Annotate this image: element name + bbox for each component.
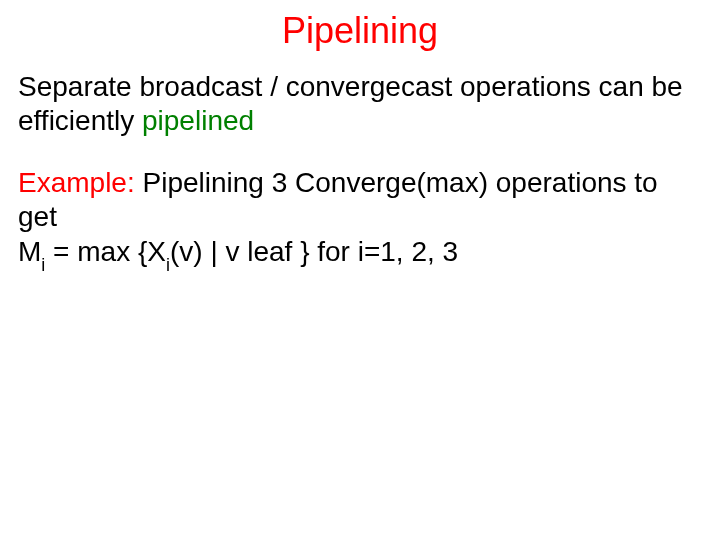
formula-mid: = max {X [45, 236, 166, 267]
example-label: Example: [18, 167, 135, 198]
slide: Pipelining Separate broadcast / converge… [0, 0, 720, 540]
paragraph-intro: Separate broadcast / convergecast operat… [18, 70, 702, 138]
slide-body: Separate broadcast / convergecast operat… [18, 70, 702, 273]
formula-sub-i-2: i [166, 255, 170, 275]
formula: Mi = max {Xi(v) | v leaf } for i=1, 2, 3 [18, 236, 458, 267]
intro-text: Separate broadcast / convergecast operat… [18, 71, 683, 136]
formula-sub-i-1: i [41, 255, 45, 275]
slide-title: Pipelining [18, 10, 702, 52]
paragraph-example: Example: Pipelining 3 Converge(max) oper… [18, 166, 702, 273]
formula-M: M [18, 236, 41, 267]
keyword-pipelined: pipelined [142, 105, 254, 136]
formula-tail: (v) | v leaf } for i=1, 2, 3 [170, 236, 458, 267]
